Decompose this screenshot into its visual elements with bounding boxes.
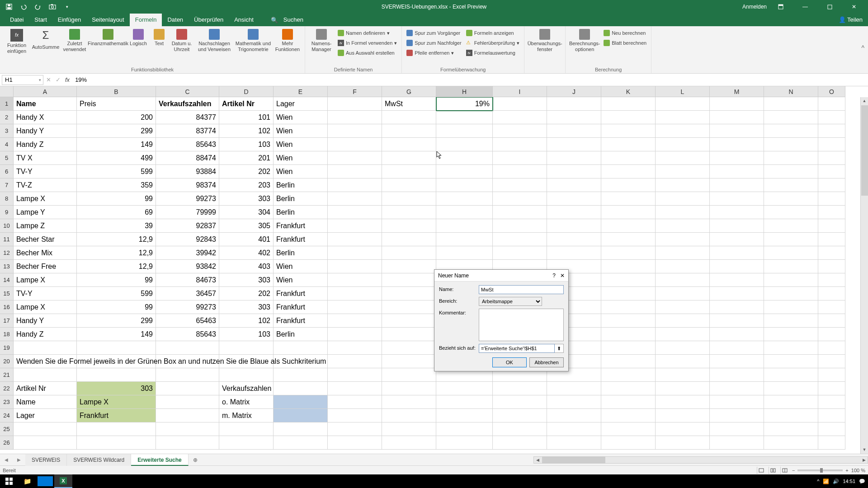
cell-H1[interactable]: 19%	[436, 97, 493, 111]
redo-icon[interactable]	[33, 1, 43, 12]
cell-K11[interactable]	[601, 233, 656, 246]
cell-J22[interactable]	[547, 382, 601, 395]
cell-K13[interactable]	[601, 260, 656, 273]
cell-L17[interactable]	[656, 314, 710, 328]
cell-J24[interactable]	[547, 409, 601, 422]
cell-D4[interactable]: 103	[219, 138, 274, 151]
cell-F26[interactable]	[328, 436, 382, 450]
watch-window-button[interactable]: Überwachungs-fenster	[527, 28, 562, 52]
cell-C1[interactable]: Verkaufszahlen	[156, 97, 219, 111]
col-header-F[interactable]: F	[328, 86, 382, 97]
cell-I1[interactable]	[493, 97, 547, 111]
cell-F5[interactable]	[328, 151, 382, 165]
search-field[interactable]: Suchen	[278, 14, 309, 26]
cell-A3[interactable]: Handy Y	[14, 124, 77, 138]
cell-L26[interactable]	[656, 436, 710, 450]
cell-L4[interactable]	[656, 138, 710, 151]
cell-J3[interactable]	[547, 124, 601, 138]
cell-M2[interactable]	[710, 111, 764, 124]
cell-M9[interactable]	[710, 206, 764, 219]
cell-F2[interactable]	[328, 111, 382, 124]
cell-I9[interactable]	[493, 206, 547, 219]
cell-I25[interactable]	[493, 422, 547, 436]
row-header[interactable]: 21	[0, 368, 14, 382]
cell-G1[interactable]: MwSt	[382, 97, 436, 111]
cell-L23[interactable]	[656, 395, 710, 409]
cell-D18[interactable]: 103	[219, 328, 274, 341]
cell-H5[interactable]	[436, 151, 493, 165]
qat-customize-icon[interactable]: ▾	[61, 1, 72, 12]
cell-N19[interactable]	[764, 341, 818, 355]
col-header-K[interactable]: K	[601, 86, 656, 97]
cell-O25[interactable]	[818, 422, 845, 436]
recent-button[interactable]: Zuletzt verwendet	[61, 28, 89, 54]
cell-M15[interactable]	[710, 287, 764, 300]
cell-F19[interactable]	[328, 341, 382, 355]
cell-D21[interactable]	[219, 368, 274, 382]
row-header[interactable]: 22	[0, 382, 14, 395]
cell-C22[interactable]	[156, 382, 219, 395]
cell-G12[interactable]	[382, 246, 436, 260]
cell-O14[interactable]	[818, 273, 845, 287]
cell-O1[interactable]	[818, 97, 845, 111]
row-header[interactable]: 16	[0, 300, 14, 314]
show-formulas-button[interactable]: Formeln anzeigen	[464, 28, 522, 38]
cell-D11[interactable]: 401	[219, 233, 274, 246]
cell-C21[interactable]	[156, 368, 219, 382]
cell-D24[interactable]: m. Matrix	[219, 409, 274, 422]
cell-K4[interactable]	[601, 138, 656, 151]
cell-F22[interactable]	[328, 382, 382, 395]
cell-N1[interactable]	[764, 97, 818, 111]
cell-D23[interactable]: o. Matrix	[219, 395, 274, 409]
cell-H23[interactable]	[436, 395, 493, 409]
cell-G20[interactable]	[382, 355, 436, 368]
cell-B13[interactable]: 12,9	[77, 260, 156, 273]
cell-C24[interactable]	[156, 409, 219, 422]
cell-I5[interactable]	[493, 151, 547, 165]
cell-I11[interactable]	[493, 233, 547, 246]
cell-O24[interactable]	[818, 409, 845, 422]
cell-A13[interactable]: Becher Free	[14, 260, 77, 273]
cell-B4[interactable]: 149	[77, 138, 156, 151]
cell-G21[interactable]	[382, 368, 436, 382]
col-header-C[interactable]: C	[156, 86, 219, 97]
cell-M21[interactable]	[710, 368, 764, 382]
cell-E15[interactable]: Frankfurt	[274, 287, 328, 300]
cell-M22[interactable]	[710, 382, 764, 395]
remove-arrows-button[interactable]: Pfeile entfernen ▾	[405, 48, 463, 58]
share-button[interactable]: 👤 Teilen	[833, 14, 868, 26]
cell-A10[interactable]: Lampe Z	[14, 219, 77, 233]
cell-C12[interactable]: 39942	[156, 246, 219, 260]
cell-E16[interactable]: Frankfurt	[274, 300, 328, 314]
cell-L10[interactable]	[656, 219, 710, 233]
cell-B6[interactable]: 599	[77, 165, 156, 178]
more-button[interactable]: Mehr Funktionen	[273, 28, 302, 54]
cell-B2[interactable]: 200	[77, 111, 156, 124]
cell-A23[interactable]: Name	[14, 395, 77, 409]
cell-E17[interactable]: Frankfurt	[274, 314, 328, 328]
cell-A9[interactable]: Lampe Y	[14, 206, 77, 219]
define-name-button[interactable]: Namen definieren ▾	[336, 28, 399, 38]
cell-N16[interactable]	[764, 300, 818, 314]
sheet-nav-next-icon[interactable]: ▶	[13, 457, 25, 462]
cell-F7[interactable]	[328, 178, 382, 192]
cell-M1[interactable]	[710, 97, 764, 111]
row-header[interactable]: 24	[0, 409, 14, 422]
cell-E3[interactable]: Wien	[274, 124, 328, 138]
row-header[interactable]: 14	[0, 273, 14, 287]
cell-D9[interactable]: 304	[219, 206, 274, 219]
col-header-L[interactable]: L	[656, 86, 710, 97]
cell-A6[interactable]: TV-Y	[14, 165, 77, 178]
cell-L7[interactable]	[656, 178, 710, 192]
cell-H22[interactable]	[436, 382, 493, 395]
cell-O9[interactable]	[818, 206, 845, 219]
cell-B8[interactable]: 99	[77, 192, 156, 206]
cell-H25[interactable]	[436, 422, 493, 436]
start-button[interactable]	[0, 474, 18, 488]
cell-F9[interactable]	[328, 206, 382, 219]
dialog-close-icon[interactable]: ✕	[560, 272, 565, 279]
cell-F25[interactable]	[328, 422, 382, 436]
cell-O7[interactable]	[818, 178, 845, 192]
search-icon[interactable]: 🔍	[263, 17, 278, 23]
cell-C18[interactable]: 85643	[156, 328, 219, 341]
